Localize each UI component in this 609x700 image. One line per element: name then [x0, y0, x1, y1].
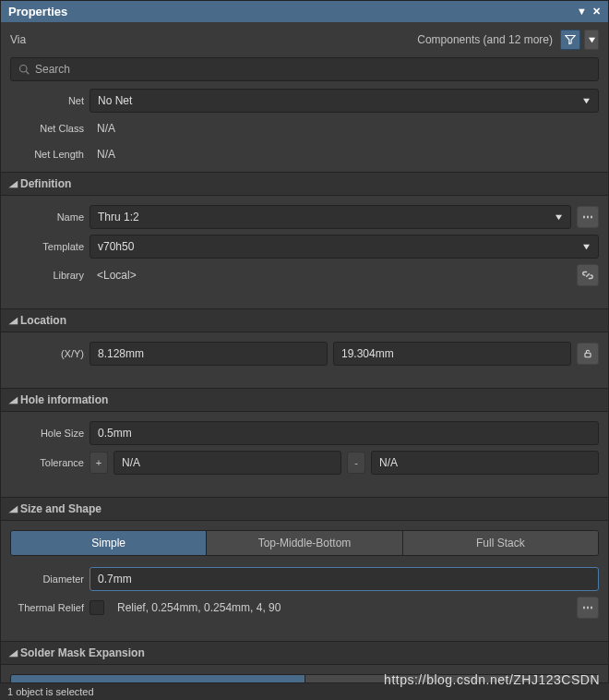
library-label: Library — [10, 270, 84, 281]
object-type: Via — [10, 33, 26, 46]
tolerance-label: Tolerance — [10, 457, 84, 468]
thermal-more-button[interactable]: ⋯ — [577, 597, 599, 619]
tab-tmb[interactable]: Top-Middle-Bottom — [207, 531, 402, 555]
library-link-button[interactable] — [577, 264, 599, 286]
net-select[interactable]: No Net ▼ — [90, 89, 599, 113]
hole-size-input[interactable]: 0.5mm — [90, 421, 599, 445]
collapse-icon: ◢ — [9, 395, 18, 404]
thermal-label: Thermal Relief — [10, 602, 84, 613]
hole-size-label: Hole Size — [10, 428, 84, 439]
dropdown-icon[interactable]: ▼ — [577, 6, 587, 18]
chevron-down-icon: ▼ — [554, 212, 565, 222]
collapse-icon: ◢ — [9, 316, 18, 325]
net-class-label: Net Class — [10, 123, 84, 134]
tolerance-minus-input[interactable]: N/A — [371, 451, 599, 475]
section-definition[interactable]: ◢ Definition — [1, 172, 608, 196]
section-size-shape[interactable]: ◢ Size and Shape — [1, 497, 608, 521]
shape-mode-tabs: Simple Top-Middle-Bottom Full Stack — [10, 530, 599, 556]
diameter-input[interactable]: 0.7mm — [90, 567, 599, 591]
section-solder-mask[interactable]: ◢ Solder Mask Expansion — [1, 641, 608, 665]
chevron-down-icon: ▼ — [581, 242, 592, 251]
chevron-down-icon: ▼ — [581, 96, 592, 105]
tab-full-stack[interactable]: Full Stack — [403, 531, 598, 555]
search-input[interactable]: Search — [10, 57, 599, 81]
section-location[interactable]: ◢ Location — [1, 308, 608, 332]
thermal-value: Relief, 0.254mm, 0.254mm, 4, 90 — [110, 597, 571, 618]
library-value: <Local> — [90, 265, 571, 285]
net-length-value: N/A — [90, 144, 599, 164]
tolerance-minus-tag: - — [347, 452, 365, 474]
tolerance-plus-input[interactable]: N/A — [113, 451, 341, 475]
filter-button[interactable] — [560, 30, 580, 50]
name-select[interactable]: Thru 1:2 ▼ — [90, 205, 571, 229]
svg-rect-1 — [585, 353, 591, 357]
status-text: 1 object is selected — [7, 686, 94, 697]
name-label: Name — [10, 211, 84, 223]
y-input[interactable]: 19.304mm — [333, 342, 571, 366]
close-icon[interactable]: ✕ — [592, 6, 601, 18]
collapse-icon: ◢ — [9, 504, 18, 513]
xy-label: (X/Y) — [10, 348, 84, 359]
x-input[interactable]: 8.128mm — [90, 342, 328, 366]
tolerance-plus-tag: + — [90, 452, 108, 474]
diameter-label: Diameter — [10, 573, 84, 585]
lock-button[interactable] — [577, 343, 599, 365]
net-class-value: N/A — [90, 118, 599, 139]
filter-summary: Components (and 12 more) — [417, 33, 553, 46]
collapse-icon: ◢ — [9, 179, 18, 188]
template-label: Template — [10, 241, 84, 252]
search-icon — [18, 64, 30, 75]
name-more-button[interactable]: ⋯ — [577, 206, 599, 228]
panel-titlebar: Properties ▼ ✕ — [1, 1, 608, 22]
template-select[interactable]: v70h50 ▼ — [90, 235, 599, 259]
section-hole[interactable]: ◢ Hole information — [1, 388, 608, 412]
thermal-checkbox[interactable] — [90, 600, 104, 615]
search-placeholder: Search — [35, 63, 70, 76]
panel-title: Properties — [8, 5, 67, 18]
filter-dropdown-button[interactable]: ▼ — [584, 30, 599, 50]
net-label: Net — [10, 95, 84, 106]
net-length-label: Net Length — [10, 149, 84, 160]
svg-point-0 — [20, 66, 28, 73]
collapse-icon: ◢ — [9, 648, 18, 658]
status-bar: 1 object is selected — [0, 682, 609, 700]
tab-simple[interactable]: Simple — [11, 531, 207, 555]
